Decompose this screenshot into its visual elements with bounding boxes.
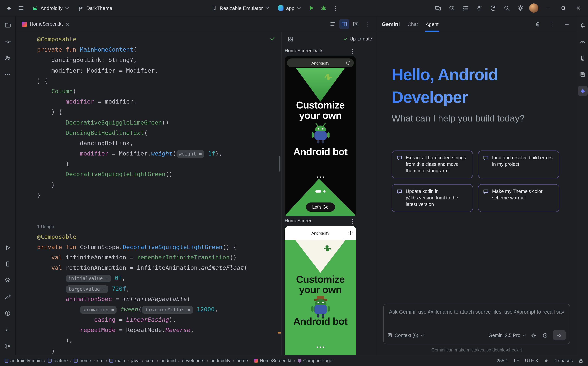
tab-chat[interactable]: Chat: [407, 16, 418, 32]
code-line[interactable]: @Composable: [37, 232, 281, 242]
commit-icon[interactable]: [3, 37, 13, 47]
code-token[interactable]: dancingBotLink: String?,: [37, 57, 137, 64]
code-token[interactable]: private fun: [37, 244, 80, 251]
hamburger-menu-icon[interactable]: [16, 3, 26, 13]
minimize-panel-icon[interactable]: [562, 19, 572, 29]
code-token[interactable]: (): [162, 119, 169, 126]
code-token[interactable]: (): [165, 171, 173, 178]
code-token[interactable]: [193, 306, 197, 313]
code-line[interactable]: initialValue = 0f,: [37, 273, 281, 284]
code-token[interactable]: [37, 88, 51, 95]
code-token[interactable]: = modifier,: [94, 98, 137, 105]
code-token[interactable]: @Composable: [37, 36, 76, 43]
code-token[interactable]: =: [112, 296, 123, 302]
code-token[interactable]: animationSpec: [66, 296, 112, 302]
code-token[interactable]: ),: [215, 150, 222, 157]
file-encoding[interactable]: UTF-8: [525, 358, 538, 363]
ai-debug-icon[interactable]: [474, 3, 484, 13]
code-token[interactable]: [37, 150, 80, 157]
breadcrumb-item[interactable]: androidify-main: [5, 358, 42, 363]
code-line[interactable]: }: [37, 190, 281, 201]
more-run-options-icon[interactable]: ⋮: [331, 3, 341, 13]
code-editor[interactable]: @Composableprivate fun MainHomeContent( …: [16, 32, 281, 355]
code-token[interactable]: (: [173, 150, 176, 157]
code-token[interactable]: rememberInfiniteTransition: [137, 254, 230, 261]
code-token[interactable]: = RepeatMode.: [115, 327, 165, 334]
preview-phone-dark[interactable]: Androidify ⓘ Customize your own: [285, 56, 356, 216]
code-token[interactable]: 1f: [208, 150, 215, 157]
line-separator[interactable]: LF: [514, 358, 519, 363]
code-token[interactable]: tween: [120, 306, 138, 313]
breadcrumb-item[interactable]: feature: [48, 358, 68, 363]
code-token[interactable]: DecorativeSquiggleLimeGreen: [66, 119, 162, 126]
code-line[interactable]: modifier: Modifier = Modifier,: [37, 66, 281, 76]
code-line[interactable]: val infiniteAnimation = rememberInfinite…: [37, 252, 281, 263]
context-selector[interactable]: Context (6): [387, 333, 424, 338]
code-line[interactable]: ),: [37, 336, 281, 346]
code-token[interactable]: dancingBotLink,: [37, 140, 133, 147]
breadcrumb-item[interactable]: HomeScreen.kt: [254, 358, 291, 363]
code-line[interactable]: val rotationAnimation = infiniteAnimatio…: [37, 263, 281, 273]
problems-icon[interactable]: [3, 308, 13, 318]
code-token[interactable]: [37, 296, 66, 302]
gemini-prompt-input[interactable]: [384, 304, 570, 320]
preview-options-icon[interactable]: ⋮: [349, 48, 356, 54]
documentation-icon[interactable]: [578, 69, 588, 79]
breadcrumb-item[interactable]: home: [237, 358, 248, 363]
lets-go-button[interactable]: Let's Go: [306, 202, 335, 212]
code-line[interactable]: private fun ColumnScope.DecorativeSquigg…: [37, 242, 281, 252]
breadcrumb-item[interactable]: src: [97, 358, 103, 363]
code-line[interactable]: easing = LinearEasing),: [37, 315, 281, 325]
code-token[interactable]: targetValue =: [66, 285, 108, 293]
code-token[interactable]: DecorativeSquiggleLightGreen: [123, 244, 222, 251]
ai-spark-icon[interactable]: [544, 358, 549, 363]
code-token[interactable]: Reverse: [165, 327, 191, 334]
code-token[interactable]: [37, 129, 66, 136]
code-token[interactable]: infiniteAnimation =: [66, 254, 137, 261]
code-token[interactable]: ,: [214, 306, 218, 313]
gemini-input-box[interactable]: Context (6) Gemini 2.5 Pro: [383, 304, 570, 344]
send-button[interactable]: [553, 330, 566, 340]
code-token[interactable]: () {: [222, 244, 237, 251]
code-token[interactable]: MainHomeContent: [80, 46, 133, 53]
suggestion-card[interactable]: Find and resolve build errors in my proj…: [478, 151, 559, 178]
code-line[interactable]: [37, 201, 281, 211]
code-line[interactable]: ): [37, 346, 281, 355]
code-token[interactable]: 12000: [197, 306, 214, 313]
code-token[interactable]: val: [51, 264, 66, 271]
code-token[interactable]: = Modifier.: [108, 150, 151, 157]
code-line[interactable]: dancingBotLink: String?,: [37, 55, 281, 66]
code-token[interactable]: [111, 275, 115, 282]
code-token[interactable]: ,: [191, 327, 194, 334]
suggestion-card[interactable]: Extract all hardcoded strings from this …: [392, 151, 473, 178]
running-devices-icon[interactable]: [578, 53, 588, 63]
ai-search-icon[interactable]: [447, 3, 457, 13]
profiler-icon[interactable]: [578, 37, 588, 47]
code-token[interactable]: (): [230, 254, 237, 261]
code-token[interactable]: [37, 119, 66, 126]
tab-homescreen-kt[interactable]: HomeScreen.kt: [18, 16, 73, 32]
code-line[interactable]: DecorativeSquiggleLightGreen(): [37, 169, 281, 180]
code-token[interactable]: DecorativeSquiggleLightGreen: [66, 171, 165, 178]
delete-conversation-icon[interactable]: [533, 19, 542, 29]
code-token[interactable]: durationMillis =: [142, 306, 193, 314]
code-token[interactable]: [37, 285, 66, 292]
project-folder-icon[interactable]: [3, 20, 13, 30]
code-line[interactable]: Column(: [37, 86, 281, 97]
code-token[interactable]: [37, 327, 80, 334]
code-token[interactable]: easing: [94, 316, 115, 323]
code-token[interactable]: [37, 254, 51, 261]
code-token[interactable]: rotationAnimation = infiniteAnimation.: [66, 264, 201, 271]
code-token[interactable]: modifier: [80, 150, 108, 157]
window-minimize-button[interactable]: [542, 2, 554, 14]
code-token[interactable]: [117, 306, 121, 313]
breadcrumb-item[interactable]: CompactPager: [298, 358, 334, 363]
split-view-toggle-icon[interactable]: [339, 19, 349, 29]
device-selector[interactable]: Resizable Emulator: [208, 3, 272, 13]
sync-project-icon[interactable]: [488, 3, 498, 13]
caret-position[interactable]: 255:1: [497, 358, 508, 363]
breadcrumb-item[interactable]: android: [160, 358, 176, 363]
code-token[interactable]: modifier: [66, 98, 94, 105]
code-token[interactable]: animateFloat: [201, 264, 244, 271]
code-line[interactable]: @Composable: [37, 34, 281, 45]
